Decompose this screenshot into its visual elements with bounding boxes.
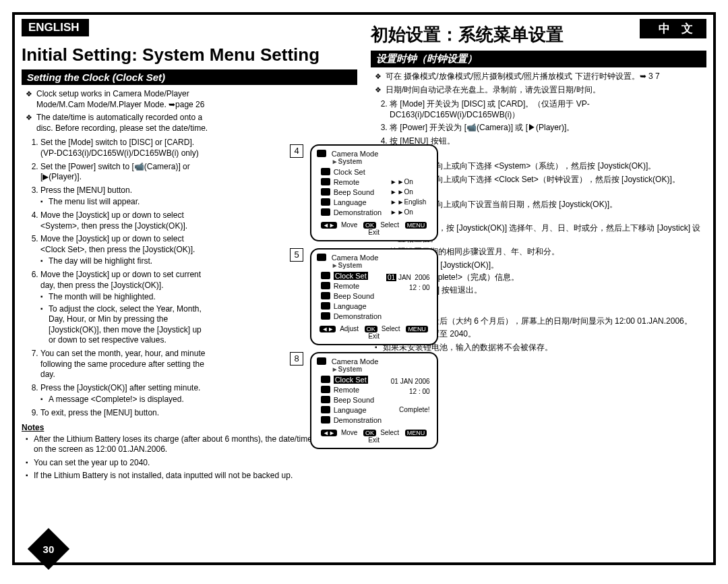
menu-icon — [321, 312, 330, 320]
step: 将 [Mode] 开关设为 [DISC] 或 [CARD]。（仅适用于 VP-D… — [390, 99, 706, 120]
nav-bar: ◄►Adjust OKSelect MENUExit — [315, 325, 433, 340]
camera-icon — [317, 357, 326, 365]
camera-icon — [317, 150, 326, 157]
menu-icon — [321, 416, 330, 424]
step: Press the [MENU] button. The menu list w… — [40, 185, 209, 208]
subhead-en: Setting the Clock (Clock Set) — [22, 69, 357, 85]
callout-number: 8 — [290, 352, 303, 366]
intro-bullets-zh: 可在 摄像模式/放像模式/照片摄制模式/照片播放模式 下进行时钟设置。➥ 3 7… — [375, 71, 706, 95]
screenshot-block: 8 Camera Mode ►System 01 JAN 2006 12 : 0… — [290, 352, 460, 456]
step: Set the [Mode] switch to [DISC] or [CARD… — [40, 138, 209, 158]
lang-tab-english: ENGLISH — [22, 19, 89, 36]
step: Move the [Joystick] up or down to set cu… — [40, 270, 209, 346]
complete-msg: Complete! — [399, 406, 430, 413]
menu-icon — [321, 198, 330, 206]
menu-icon — [321, 396, 330, 403]
menu-icon — [321, 188, 330, 196]
lcd-screen: Camera Mode ►System Clock Set Remote►►On… — [310, 144, 438, 241]
page-number: 30 — [28, 528, 69, 570]
camera-icon — [317, 254, 326, 261]
step: To exit, press the [MENU] button. — [40, 408, 209, 419]
time-value: 12 : 00 — [409, 388, 430, 395]
time-value: 12 : 00 — [409, 284, 430, 291]
intro-bullets-en: Clock setup works in Camera Mode/Player … — [26, 89, 209, 134]
screenshot-block: 5 Camera Mode ►System 01 JAN 2006 12 : 0… — [290, 248, 460, 352]
step: Press the [Joystick(OK)] after setting m… — [40, 383, 209, 405]
callout-number: 4 — [290, 144, 303, 158]
menu-icon — [321, 178, 330, 185]
menu-icon — [321, 272, 330, 279]
step: Move the [Joystick] up or down to select… — [40, 234, 209, 267]
lcd-screen: Camera Mode ►System 01 JAN 2006 12 : 00 … — [310, 248, 438, 345]
menu-icon — [321, 386, 330, 393]
nav-bar: ◄►Move OKSelect MENUExit — [315, 221, 433, 236]
lcd-screen: Camera Mode ►System 01 JAN 2006 12 : 00 … — [310, 352, 438, 449]
subhead-zh: 设置时钟（时钟设置） — [371, 51, 706, 67]
step: 将 [Power] 开关设为 [📹(Camera)] 或 [▶(Player)]… — [390, 123, 706, 134]
date-value: 01 JAN 2006 — [386, 274, 430, 281]
callout-number: 5 — [290, 248, 303, 262]
menu-icon — [321, 168, 330, 175]
step: Set the [Power] switch to [📹(Camera)] or… — [40, 162, 209, 183]
bullet: 日期/时间自动记录在光盘上。录制前，请先设置日期/时间。 — [375, 85, 706, 96]
menu-icon — [321, 406, 330, 413]
step: You can set the month, year, hour, and m… — [40, 349, 209, 380]
menu-icon — [321, 282, 330, 289]
menu-icon — [321, 376, 330, 383]
steps-en: Set the [Mode] switch to [DISC] or [CARD… — [26, 138, 209, 418]
bullet: 可在 摄像模式/放像模式/照片摄制模式/照片播放模式 下进行时钟设置。➥ 3 7 — [375, 71, 706, 82]
screenshot-block: 4 Camera Mode ►System Clock Set Remote►►… — [290, 144, 460, 248]
date-value: 01 JAN 2006 — [391, 378, 430, 385]
manual-page: ENGLISH Initial Setting: System Menu Set… — [12, 12, 716, 565]
menu-icon — [321, 292, 330, 299]
page-title-en: Initial Setting: System Menu Setting — [22, 45, 357, 65]
lcd-screenshots: 4 Camera Mode ►System Clock Set Remote►►… — [290, 144, 460, 456]
step: Move the [Joystick] up or down to select… — [40, 210, 209, 231]
lang-tab-chinese: 中 文 — [640, 19, 706, 38]
menu-icon — [321, 302, 330, 310]
bullet: The date/time is automatically recorded … — [26, 113, 209, 134]
menu-icon — [321, 208, 330, 216]
nav-bar: ◄►Move OKSelect MENUExit — [315, 429, 433, 444]
bullet: Clock setup works in Camera Mode/Player … — [26, 89, 209, 110]
